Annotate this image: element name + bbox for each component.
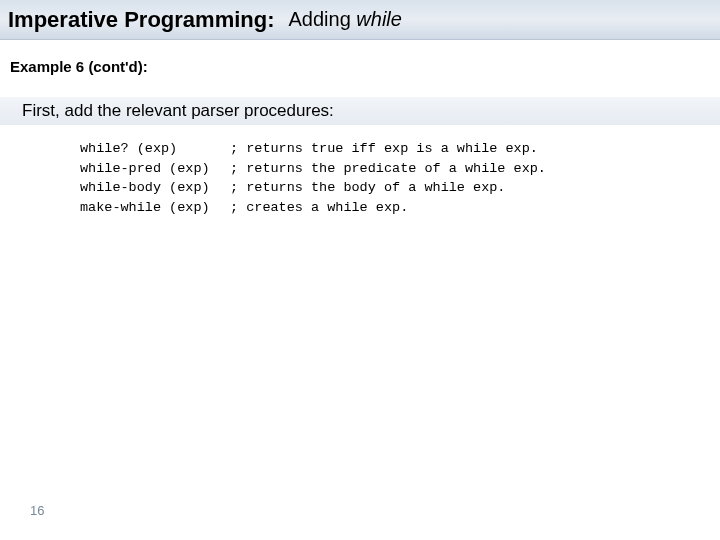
code-block: while? (exp) ; returns true iff exp is a… bbox=[80, 139, 720, 217]
title-sub-prefix: Adding bbox=[289, 8, 357, 30]
code-proc: while-body (exp) bbox=[80, 178, 230, 198]
code-comment: ; creates a while exp. bbox=[230, 198, 408, 218]
title-sub-italic: while bbox=[356, 8, 402, 30]
page-number: 16 bbox=[30, 503, 44, 518]
slide: Imperative Programming: Adding while Exa… bbox=[0, 0, 720, 540]
title-band: Imperative Programming: Adding while bbox=[0, 0, 720, 40]
title-main: Imperative Programming: bbox=[8, 7, 275, 33]
code-row: while-pred (exp) ; returns the predicate… bbox=[80, 159, 720, 179]
code-comment: ; returns the predicate of a while exp. bbox=[230, 159, 546, 179]
intro-text: First, add the relevant parser procedure… bbox=[0, 97, 720, 125]
code-proc: while? (exp) bbox=[80, 139, 230, 159]
code-row: while-body (exp) ; returns the body of a… bbox=[80, 178, 720, 198]
code-proc: while-pred (exp) bbox=[80, 159, 230, 179]
code-comment: ; returns true iff exp is a while exp. bbox=[230, 139, 538, 159]
code-row: make-while (exp) ; creates a while exp. bbox=[80, 198, 720, 218]
code-row: while? (exp) ; returns true iff exp is a… bbox=[80, 139, 720, 159]
example-label: Example 6 (cont'd): bbox=[10, 58, 720, 75]
code-comment: ; returns the body of a while exp. bbox=[230, 178, 505, 198]
title-sub: Adding while bbox=[289, 8, 402, 31]
code-proc: make-while (exp) bbox=[80, 198, 230, 218]
